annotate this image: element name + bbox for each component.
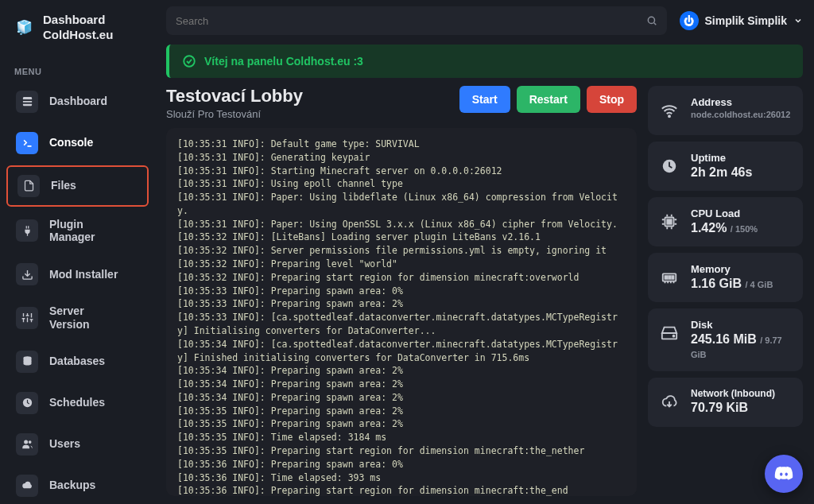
cpu-icon [659, 211, 680, 232]
sidebar-item-server[interactable]: Server Version [6, 297, 149, 339]
menu-section-label: MENU [6, 54, 149, 83]
search-input[interactable] [176, 15, 646, 27]
dashboard-icon [16, 91, 38, 113]
svg-point-2 [24, 440, 28, 444]
sidebar-item-label: Files [51, 179, 76, 192]
stat-label: Address [691, 96, 792, 108]
sidebar-item-users[interactable]: Users [6, 425, 149, 463]
sidebar-item-label: Schedules [49, 396, 105, 409]
stat-cpu: CPU Load 1.42% / 150% [648, 197, 803, 246]
page-title: Testovací Lobby [166, 86, 303, 107]
stat-disk: Disk 245.16 MiB / 9.77 GiB [648, 308, 803, 371]
sidebar-item-label: Console [49, 136, 93, 149]
nav: DashboardConsoleFilesPlugin ManagerMod I… [6, 83, 149, 505]
sidebar-item-label: Backups [49, 479, 95, 492]
clock-icon [659, 156, 680, 176]
restart-button[interactable]: Restart [517, 86, 580, 113]
stat-value: node.coldhost.eu:26012 [691, 110, 792, 119]
discord-icon [773, 463, 794, 484]
brand[interactable]: 🧊 DashboardColdHost.eu [6, 8, 149, 54]
sidebar-item-label: Users [49, 437, 80, 451]
page-subtitle: Slouží Pro Testování [166, 108, 303, 120]
stat-memory: Memory 1.16 GiB / 4 GiB [648, 253, 803, 302]
server-header: Testovací Lobby Slouží Pro Testování Sta… [166, 86, 637, 120]
check-circle-icon [182, 54, 196, 68]
svg-point-3 [28, 440, 31, 444]
sidebar-item-plugin[interactable]: Plugin Manager [6, 210, 149, 253]
svg-rect-12 [669, 276, 671, 279]
sidebar-item-label: Plugin Manager [49, 218, 95, 245]
sidebar-item-label: Dashboard [49, 95, 107, 108]
avatar: ⏻ [680, 11, 699, 30]
sidebar: 🧊 DashboardColdHost.eu MENU DashboardCon… [0, 0, 155, 504]
brand-logo-icon: 🧊 [13, 17, 35, 39]
start-button[interactable]: Start [459, 86, 510, 113]
clock-icon [16, 392, 38, 414]
chevron-down-icon [793, 16, 803, 25]
sidebar-item-modinst[interactable]: Mod Installer [6, 255, 149, 293]
stat-value: 1.16 GiB [691, 277, 742, 290]
stat-sub: / 4 GiB [745, 280, 773, 289]
memory-icon [659, 267, 680, 288]
main: ⏻ Simplik Simplik Vítej na panelu Coldho… [155, 0, 814, 504]
disk-icon [659, 323, 680, 343]
search-icon [646, 15, 657, 26]
sidebar-item-label: Server Version [49, 304, 90, 331]
stat-value: 70.79 KiB [691, 401, 792, 415]
sidebar-item-dashboard[interactable]: Dashboard [6, 83, 149, 121]
svg-point-15 [673, 335, 675, 337]
users-icon [16, 433, 38, 456]
console-output[interactable]: [10:35:31 INFO]: Default game type: SURV… [166, 128, 637, 496]
user-name: Simplik Simplik [705, 14, 787, 27]
sidebar-item-files[interactable]: Files [6, 165, 149, 207]
stat-label: Disk [691, 319, 792, 331]
stat-label: CPU Load [691, 207, 792, 219]
plug-icon [16, 219, 38, 242]
discord-fab[interactable] [765, 455, 803, 493]
svg-point-4 [648, 17, 654, 23]
stat-sub: / 150% [731, 224, 758, 234]
db-icon [16, 351, 38, 373]
stat-value: 1.42% [691, 221, 727, 235]
cloud-icon [16, 475, 38, 497]
stat-value: 2h 2m 46s [691, 165, 792, 180]
user-menu[interactable]: ⏻ Simplik Simplik [680, 11, 803, 30]
brand-text: DashboardColdHost.eu [43, 13, 113, 43]
sidebar-item-databases[interactable]: Databases [6, 343, 149, 381]
stat-label: Memory [691, 263, 792, 275]
stat-label: Network (Inbound) [691, 388, 792, 399]
terminal-icon [16, 132, 38, 154]
svg-rect-13 [673, 276, 674, 279]
wifi-icon [659, 100, 680, 121]
file-icon [17, 175, 40, 197]
welcome-alert: Vítej na panelu Coldhost.eu :3 [166, 45, 803, 78]
sidebar-item-label: Mod Installer [49, 268, 118, 281]
stat-address: Address node.coldhost.eu:26012 [648, 86, 803, 135]
stat-label: Uptime [691, 152, 792, 164]
sidebar-item-console[interactable]: Console [6, 124, 149, 162]
sliders-icon [16, 307, 38, 329]
sidebar-item-backups[interactable]: Backups [6, 467, 149, 504]
download-icon [16, 263, 38, 285]
svg-point-6 [669, 115, 670, 117]
download-cloud-icon [659, 392, 680, 413]
stat-uptime: Uptime 2h 2m 46s [648, 142, 803, 191]
topbar: ⏻ Simplik Simplik [155, 0, 814, 41]
stats-panel: Address node.coldhost.eu:26012 Uptime 2h… [648, 86, 803, 496]
search-box[interactable] [166, 6, 667, 35]
stat-network: Network (Inbound) 70.79 KiB [648, 378, 803, 427]
sidebar-item-schedules[interactable]: Schedules [6, 384, 149, 422]
stop-button[interactable]: Stop [587, 86, 637, 113]
alert-text: Vítej na panelu Coldhost.eu :3 [204, 55, 363, 68]
stat-value: 245.16 MiB [691, 332, 757, 346]
svg-rect-9 [667, 219, 672, 224]
svg-rect-11 [665, 276, 668, 279]
sidebar-item-label: Databases [49, 355, 105, 368]
